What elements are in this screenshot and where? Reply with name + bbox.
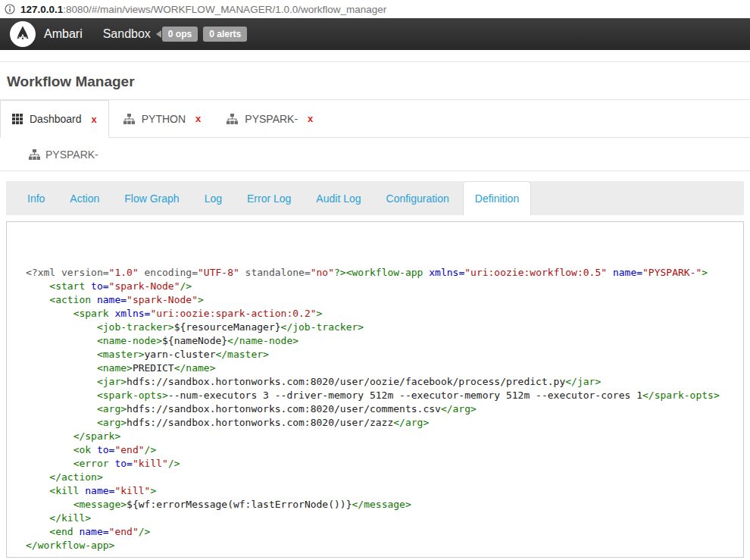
tab-error-log[interactable]: Error Log [236,181,302,215]
workflow-manager-view: Workflow Manager Dashboard x [0,61,750,558]
code-line: <arg>hdfs://sandbox.hortonworks.com:8020… [26,416,736,430]
tab-log[interactable]: Log [193,181,233,215]
code-line: </spark> [26,430,736,443]
tab-action[interactable]: Action [58,181,111,215]
code-line: </action> [26,471,736,484]
code-line: <spark xmlns="uri:oozie:spark-action:0.2… [26,307,736,321]
sitemap-icon [29,149,40,160]
code-line: <kill name="kill"> [26,484,736,498]
ops-badge[interactable]: 0 ops [162,27,198,42]
ambari-header: Ambari Sandbox 0 ops 0 alerts [0,18,750,50]
browser-url-bar[interactable]: 127.0.0.1:8080/#/main/views/WORKFLOW_MAN… [0,0,750,18]
title-bar: Workflow Manager [0,62,750,100]
workflow-tab-bar: Dashboard x PYTHON x [0,100,750,138]
code-line: <spark-opts>--num-executors 3 --driver-m… [26,389,736,402]
code-line: <master>yarn-cluster</master> [26,348,736,361]
tab-pyspark[interactable]: PYSPARK- x [215,100,324,137]
code-line: <arg>hdfs://sandbox.hortonworks.com:8020… [26,402,736,416]
sitemap-icon [123,114,135,124]
close-tab-icon[interactable]: x [92,114,97,125]
sitemap-icon [227,114,238,124]
cluster-name-link[interactable]: Sandbox [103,27,151,41]
alerts-badge[interactable]: 0 alerts [203,27,247,42]
tab-configuration[interactable]: Configuration [375,181,461,215]
tab-python[interactable]: PYTHON x [112,100,213,137]
ops-badge-arrow-icon [156,30,161,38]
close-tab-icon[interactable]: x [308,113,313,124]
code-line: <message>${wf:errorMessage(wf:lastErrorN… [26,498,736,512]
code-line: <error to="kill"/> [26,457,736,471]
url-host: 127.0.0.1 [20,4,63,15]
tab-flow-graph[interactable]: Flow Graph [113,181,190,215]
code-line: <jar>hdfs://sandbox.hortonworks.com:8020… [26,375,736,389]
code-line: </kill> [26,512,736,525]
code-line: <action name="spark-Node"> [26,293,736,307]
detail-tab-bar: Info Action Flow Graph Log Error Log Aud… [6,181,744,215]
tab-label: PYSPARK- [245,113,298,125]
code-line: <end name="end"/> [26,525,736,539]
definition-panel: <?xml version="1.0" encoding="UTF-8" sta… [6,221,744,558]
grid-icon [12,114,23,124]
tab-label: Dashboard [30,113,82,125]
code-line: <ok to="end"/> [26,443,736,457]
workflow-subheader: PYSPARK- [0,138,750,171]
detail-section: Info Action Flow Graph Log Error Log Aud… [6,181,744,558]
site-info-icon[interactable] [5,4,15,14]
code-line: <name>PREDICT</name> [26,361,736,375]
brand-link[interactable]: Ambari [44,27,83,41]
tab-dashboard[interactable]: Dashboard x [0,100,109,138]
code-line: <start to="spark-Node"/> [26,280,736,293]
tab-audit-log[interactable]: Audit Log [305,181,372,215]
tab-info[interactable]: Info [16,181,56,215]
code-line: <name-node>${nameNode}</name-node> [26,334,736,348]
code-line: </workflow-app> [26,539,736,552]
code-line: <?xml version="1.0" encoding="UTF-8" sta… [26,266,736,280]
url-path: :8080/#/main/views/WORKFLOW_MANAGER/1.0.… [63,4,386,15]
close-tab-icon[interactable]: x [195,113,201,124]
workflow-name: PYSPARK- [45,149,98,161]
ambari-logo-icon[interactable] [10,21,36,47]
tab-definition[interactable]: Definition [463,181,531,215]
tab-label: PYTHON [142,113,186,125]
code-line: <job-tracker>${resourceManager}</job-tra… [26,321,736,334]
page-title: Workflow Manager [0,62,750,90]
definition-code: <?xml version="1.0" encoding="UTF-8" sta… [7,222,743,552]
